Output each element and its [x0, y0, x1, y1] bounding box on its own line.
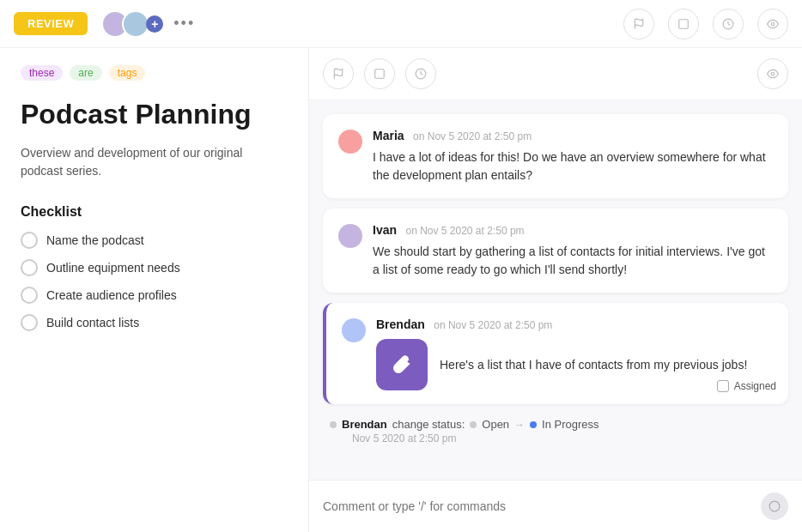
- status-change: Brendan change status: Open → In Progres…: [323, 414, 788, 448]
- comment-time-brendan: on Nov 5 2020 at 2:50 pm: [434, 319, 552, 331]
- main-layout: these are tags Podcast Planning Overview…: [0, 48, 802, 532]
- comment-time-ivan: on Nov 5 2020 at 2:50 pm: [405, 225, 524, 237]
- comment-input[interactable]: [323, 499, 761, 513]
- send-button[interactable]: [761, 493, 788, 520]
- assigned-badge: Assigned: [717, 380, 776, 392]
- flag-icon[interactable]: [623, 9, 654, 39]
- comment-ivan: Ivan on Nov 5 2020 at 2:50 pm We should …: [323, 209, 788, 293]
- comment-time-maria: on Nov 5 2020 at 2:50 pm: [413, 130, 532, 142]
- checklist-label-1: Name the podcast: [46, 233, 144, 247]
- right-topbar: [309, 48, 802, 100]
- square-icon[interactable]: [668, 9, 699, 39]
- attachment-block: Here's a list that I have of contacts fr…: [376, 339, 773, 390]
- svg-rect-5: [375, 70, 385, 79]
- checklist-item-3[interactable]: Create audience profiles: [21, 287, 288, 304]
- review-button[interactable]: REVIEW: [14, 12, 88, 35]
- assigned-checkbox[interactable]: [717, 380, 729, 392]
- avatar-maria: [338, 130, 362, 154]
- more-options-button[interactable]: •••: [173, 15, 195, 33]
- checkbox-2[interactable]: [21, 259, 38, 276]
- tags-row: these are tags: [21, 65, 288, 81]
- comment-input-bar: [309, 480, 802, 532]
- avatar-ivan: [338, 224, 362, 248]
- left-panel: these are tags Podcast Planning Overview…: [0, 48, 309, 532]
- page-title: Podcast Planning: [21, 98, 288, 130]
- comment-text-maria: I have a lot of ideas for this! Do we ha…: [373, 148, 773, 184]
- checklist-item-4[interactable]: Build contact lists: [21, 314, 288, 331]
- checklist-item-1[interactable]: Name the podcast: [21, 232, 288, 249]
- checklist-title: Checklist: [21, 204, 288, 220]
- comment-header-brendan: Brendan on Nov 5 2020 at 2:50 pm: [376, 317, 773, 332]
- status-change-label: change status:: [392, 418, 465, 431]
- avatar-group: +: [101, 10, 163, 38]
- status-change-author: Brendan: [342, 418, 387, 431]
- topbar-right-icons: [623, 9, 788, 39]
- status-change-dot: [330, 421, 337, 428]
- svg-point-3: [771, 22, 775, 26]
- status-dot-open: [470, 421, 477, 428]
- comment-body-ivan: Ivan on Nov 5 2020 at 2:50 pm We should …: [373, 222, 773, 279]
- status-change-time: Nov 5 2020 at 2:50 pm: [352, 432, 788, 444]
- clock-icon[interactable]: [713, 9, 744, 39]
- attachment-text: Here's a list that I have of contacts fr…: [440, 356, 747, 374]
- status-to: In Progress: [542, 418, 598, 431]
- comment-body-maria: Maria on Nov 5 2020 at 2:50 pm I have a …: [373, 128, 773, 184]
- avatar-brendan: [342, 318, 366, 342]
- tag-these[interactable]: these: [21, 65, 63, 81]
- tag-are[interactable]: are: [70, 65, 101, 81]
- comment-brendan: Brendan on Nov 5 2020 at 2:50 pm Here's …: [323, 303, 788, 404]
- checklist-label-2: Outline equipment needs: [46, 261, 180, 275]
- checklist-label-3: Create audience profiles: [46, 288, 177, 302]
- add-member-button[interactable]: +: [146, 15, 163, 33]
- svg-point-7: [771, 72, 775, 76]
- comment-maria: Maria on Nov 5 2020 at 2:50 pm I have a …: [323, 114, 788, 198]
- comment-header-ivan: Ivan on Nov 5 2020 at 2:50 pm: [373, 222, 773, 238]
- page-description: Overview and development of our original…: [21, 144, 288, 180]
- checkbox-4[interactable]: [21, 314, 38, 331]
- right-eye-icon[interactable]: [757, 58, 788, 89]
- checkbox-3[interactable]: [21, 287, 38, 304]
- right-flag-icon[interactable]: [323, 58, 354, 89]
- right-clock-icon[interactable]: [405, 58, 436, 89]
- tag-tags[interactable]: tags: [109, 65, 146, 81]
- comment-body-brendan: Brendan on Nov 5 2020 at 2:50 pm Here's …: [376, 317, 773, 390]
- arrow-icon: →: [514, 419, 525, 431]
- comment-text-ivan: We should start by gathering a list of c…: [373, 243, 773, 279]
- comment-author-maria: Maria: [373, 129, 404, 142]
- status-change-row: Brendan change status: Open → In Progres…: [330, 418, 788, 431]
- comments-area: Maria on Nov 5 2020 at 2:50 pm I have a …: [309, 100, 802, 480]
- right-topbar-end: [757, 58, 788, 89]
- checklist-label-4: Build contact lists: [46, 316, 139, 329]
- topbar: REVIEW + •••: [0, 0, 802, 48]
- comment-author-brendan: Brendan: [376, 317, 425, 331]
- right-panel: Maria on Nov 5 2020 at 2:50 pm I have a …: [309, 48, 802, 532]
- svg-rect-1: [679, 19, 689, 28]
- eye-icon[interactable]: [757, 9, 788, 39]
- status-from: Open: [482, 418, 509, 431]
- comment-header-maria: Maria on Nov 5 2020 at 2:50 pm: [373, 128, 773, 143]
- checklist-item-2[interactable]: Outline equipment needs: [21, 259, 288, 276]
- checkbox-1[interactable]: [21, 232, 38, 249]
- status-dot-inprogress: [530, 421, 537, 428]
- attachment-icon[interactable]: [376, 339, 428, 390]
- right-square-icon[interactable]: [364, 58, 395, 89]
- comment-author-ivan: Ivan: [373, 223, 397, 237]
- assigned-label: Assigned: [734, 380, 776, 392]
- svg-point-8: [769, 501, 780, 511]
